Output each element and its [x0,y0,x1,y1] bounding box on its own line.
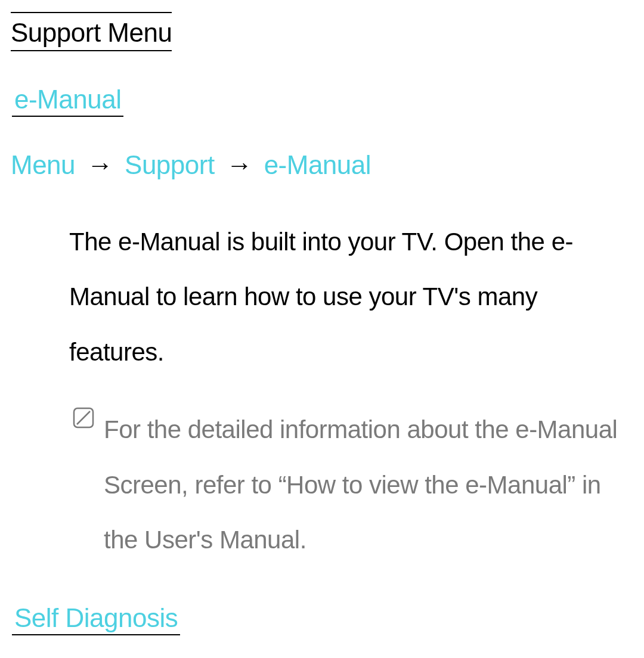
body-text-emanual: The e-Manual is built into your TV. Open… [69,215,624,380]
note-block: For the detailed information about the e… [11,402,633,567]
breadcrumb-item-menu: Menu [11,150,75,179]
body-block: The e-Manual is built into your TV. Open… [11,215,633,380]
arrow-right-icon: → [82,150,118,179]
section-heading-emanual: e-Manual [12,85,123,117]
arrow-right-icon: → [221,150,257,179]
note-text-content: For the detailed information about the e… [104,402,624,567]
note-icon [72,406,95,430]
breadcrumb-item-support: Support [125,150,215,179]
breadcrumb: Menu → Support → e-Manual [11,150,633,180]
note-text: For the detailed information about the e… [67,402,624,567]
section-heading-self-diagnosis: Self Diagnosis [12,603,180,635]
svg-line-1 [77,411,90,424]
page-title: Support Menu [11,12,172,51]
breadcrumb-item-emanual: e-Manual [264,150,371,179]
